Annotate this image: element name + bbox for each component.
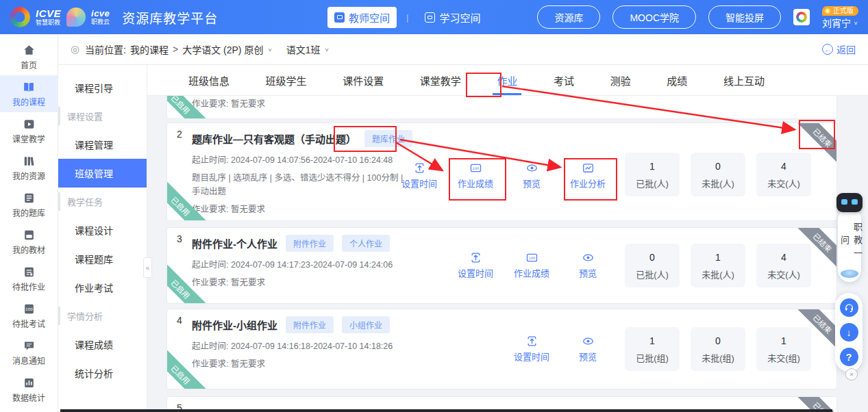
wave-decoration [841, 270, 858, 278]
breadcrumb-bar: ◎ 当前位置: 我的课程 > 大学语文 (2P) 原创 ∨ 语文1班 ∨ ← 返… [58, 34, 868, 65]
sidebar-item-label: 课堂教学 [12, 133, 45, 144]
assignment-time: 起止时间: 2024-07-09 14:17:23-2024-07-09 14:… [192, 258, 410, 272]
resource-library-button[interactable]: 资源库 [537, 5, 600, 29]
sidebar-item-third-party-apps[interactable]: 第三方应用 [0, 408, 58, 412]
tab-quiz[interactable]: 测验 [609, 66, 632, 95]
tab-courseware-settings[interactable]: 课件设置 [341, 66, 385, 95]
preview-button[interactable]: 预览 [560, 335, 616, 363]
homework-score-button[interactable]: 100 作业成绩 [447, 162, 504, 190]
logo-secondary: icve 职教云 [91, 9, 110, 25]
stat-graded: 1 已批(组) [625, 327, 680, 371]
tab-class-info[interactable]: 班级信息 [187, 66, 231, 95]
breadcrumb-prefix: 当前位置: [85, 42, 126, 56]
sidebar-item-classroom-teaching[interactable]: 课堂教学 [0, 112, 58, 149]
sidebar-item-label: 首页 [21, 59, 37, 70]
breadcrumb-course-select[interactable]: 大学语文 (2P) 原创 [182, 42, 263, 56]
mini-app-logo-icon[interactable] [793, 9, 810, 25]
my-resources-icon [23, 155, 36, 168]
set-time-button[interactable]: 设置时间 [447, 252, 504, 279]
homework-score-label: 作业成绩 [458, 177, 493, 190]
course-menu-item-course-grades[interactable]: 课程成绩 [58, 330, 147, 359]
breadcrumb-class-select[interactable]: 语文1班 [286, 42, 321, 56]
assignment-title: 题库作业—只有客观题（手动出题） [192, 131, 356, 146]
sidebar-item-my-textbooks[interactable]: 我的教材 [0, 223, 58, 260]
set-time-button[interactable]: 设置时间 [504, 335, 560, 363]
tab-online-interaction[interactable]: 线上互动 [722, 66, 766, 95]
preview-button[interactable]: 预览 [560, 252, 616, 279]
sidebar-item-home[interactable]: 首页 [0, 38, 58, 75]
app-header: ICVE 智慧职教 icve 职教云 资源库教学平台 教师空间 | 学习空间 资… [0, 0, 868, 34]
course-menu-item-course-management[interactable]: 课程管理 [58, 130, 147, 159]
tab-class-students[interactable]: 班级学生 [264, 66, 308, 95]
logo-primary: ICVE 智慧职教 [36, 8, 61, 26]
homework-score-icon: 100 [470, 162, 482, 174]
sidebar-item-label: 我的资源 [12, 170, 45, 181]
course-menu-item-course-design[interactable]: 课程设计 [58, 216, 147, 244]
homework-score-button[interactable]: 100 作业成绩 [504, 252, 560, 279]
logo-secondary-title: icve [91, 9, 110, 18]
sidebar-collapse-handle[interactable]: « [143, 257, 152, 278]
set-time-icon [414, 162, 425, 174]
preview-eye-icon [582, 335, 594, 347]
stat-ungraded: 0 未批(组) [691, 327, 745, 371]
notifications-icon [23, 339, 36, 352]
space-switcher: 教师空间 | 学习空间 [327, 0, 487, 34]
course-menu-item-statistical-analysis[interactable]: 统计分析 [58, 359, 147, 387]
sidebar-item-label: 消息通知 [12, 355, 45, 366]
course-menu-sidebar: 课程引导 课程设置 课程管理 班级管理 教学任务 课程设计 课程题库 作业考试 … [58, 65, 147, 412]
stat-ungraded: 0 未批(人) [691, 153, 745, 196]
course-menu-item-course-question-bank[interactable]: 课程题库 [58, 244, 147, 273]
homework-analysis-button[interactable]: 作业分析 [560, 162, 616, 190]
ai-assistant-widget[interactable]: 职教一问 [835, 193, 864, 282]
sidebar-item-my-resources[interactable]: 我的资源 [0, 149, 58, 186]
tab-exam[interactable]: 考试 [552, 66, 575, 95]
user-block[interactable]: 正式版 刘宵宁 ∨ [822, 6, 858, 28]
location-icon: ◎ [71, 43, 79, 55]
assignment-type-badge: 附件作业 [286, 316, 334, 333]
tab-classroom-teaching[interactable]: 课堂教学 [419, 66, 462, 95]
set-time-label: 设置时间 [514, 350, 549, 363]
page: ICVE 智慧职教 icve 职教云 资源库教学平台 教师空间 | 学习空间 资… [0, 0, 868, 412]
assignment-list[interactable]: 作业要求: 暂无要求 已启用 2 题库作业—只有客观题（手动出题） 题库作业 起… [147, 96, 868, 412]
breadcrumb-root[interactable]: 我的课程 [130, 42, 169, 56]
sidebar-item-pending-homework[interactable]: 待批作业 [0, 260, 58, 297]
preview-label: 预览 [579, 350, 597, 363]
course-menu-item-class-management[interactable]: 班级管理 [58, 159, 147, 188]
mooc-academy-button[interactable]: MOOC学院 [612, 5, 696, 29]
sidebar-item-label: 我的题库 [12, 207, 45, 218]
logo-primary-title: ICVE [36, 8, 61, 18]
data-statistics-icon [23, 376, 36, 389]
back-button[interactable]: ← 返回 [822, 42, 856, 56]
my-textbooks-icon [23, 229, 36, 242]
smart-casting-button[interactable]: 智能投屏 [708, 5, 781, 29]
download-button[interactable]: ↓ [840, 323, 858, 342]
course-menu-item-homework-exam[interactable]: 作业考试 [58, 273, 147, 302]
sidebar-item-my-question-bank[interactable]: 我的题库 [0, 186, 58, 223]
learning-space-tab[interactable]: 学习空间 [418, 7, 487, 28]
assignment-title: 附件作业-个人作业 [192, 236, 277, 250]
stat-unsubmitted: 4 未交(人) [756, 153, 811, 196]
back-label: 返回 [836, 42, 856, 56]
icve-swirl-logo-icon [10, 7, 30, 27]
sidebar-item-label: 数据统计 [12, 391, 45, 403]
preview-button[interactable]: 预览 [504, 162, 560, 190]
assignment-subtype-badge: 小组作业 [342, 316, 390, 333]
sidebar-item-notifications[interactable]: 消息通知 [0, 334, 58, 371]
main-content: 班级信息 班级学生 课件设置 课堂教学 作业 考试 测验 成绩 线上互动 作业要… [147, 65, 868, 412]
preview-eye-icon [582, 252, 594, 263]
close-floating-button[interactable]: × [845, 368, 858, 381]
tab-homework[interactable]: 作业 [495, 66, 519, 95]
course-menu-item-guide[interactable]: 课程引导 [58, 73, 147, 102]
assignment-requirement: 作业要求: 暂无要求 [192, 276, 410, 290]
set-time-button[interactable]: 设置时间 [391, 162, 447, 190]
download-icon: ↓ [847, 327, 852, 338]
assistant-label: 职教一问 [838, 216, 864, 267]
customer-service-button[interactable] [840, 298, 858, 317]
sidebar-item-data-statistics[interactable]: 数据统计 [0, 371, 58, 408]
help-button[interactable]: ? [840, 348, 858, 366]
teacher-space-tab[interactable]: 教师空间 [327, 7, 397, 28]
class-chevron-down-icon: ∨ [325, 47, 330, 52]
tab-grades[interactable]: 成绩 [665, 66, 689, 95]
sidebar-item-my-courses[interactable]: 我的课程 [0, 75, 58, 112]
sidebar-item-pending-exams[interactable]: 100 待批考试 [0, 297, 58, 334]
